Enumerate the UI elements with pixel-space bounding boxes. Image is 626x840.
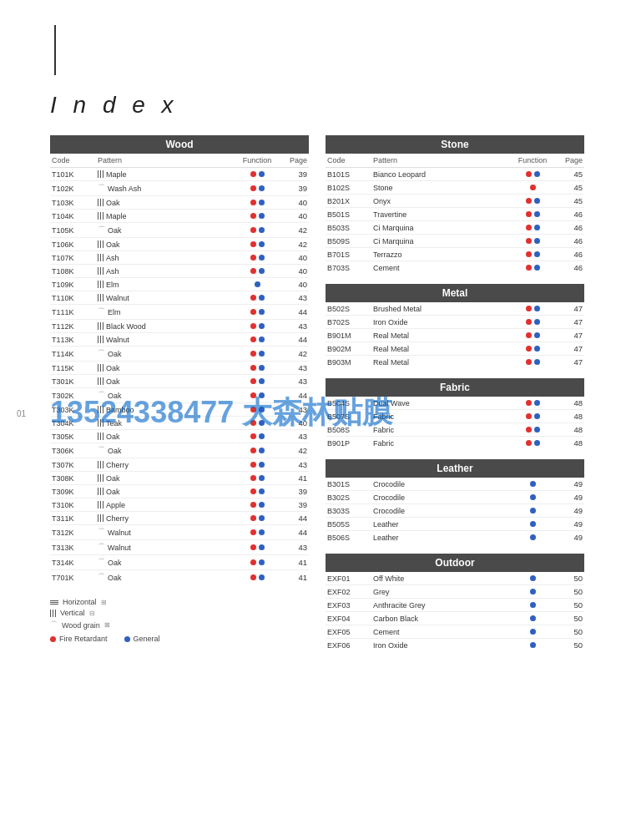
row-pattern: Carbon Black bbox=[373, 615, 507, 623]
row-code: EXF05 bbox=[327, 628, 373, 636]
wood-grain-icon: ⌒ bbox=[98, 572, 105, 583]
pattern-name: Leather bbox=[373, 534, 399, 542]
row-page: 40 bbox=[282, 253, 307, 262]
row-dots bbox=[507, 171, 558, 177]
general-dot bbox=[259, 351, 265, 357]
pattern-name: Walnut bbox=[106, 336, 129, 344]
fire-retardant-dot bbox=[250, 337, 256, 342]
fire-retardant-dot bbox=[526, 251, 532, 257]
row-page: 47 bbox=[558, 344, 583, 353]
fire-retardant-dot bbox=[250, 171, 256, 177]
row-dots bbox=[232, 529, 282, 535]
horizontal-icon bbox=[50, 600, 58, 605]
vert-icon bbox=[98, 433, 103, 440]
fire-retardant-dot bbox=[526, 198, 532, 204]
legend-wood: ⌒ Wood grain ⊠ bbox=[50, 620, 309, 630]
legend-general: General bbox=[124, 635, 160, 643]
general-dot bbox=[534, 427, 540, 433]
table-row: T108K Ash 40 bbox=[50, 265, 309, 278]
pattern-name: Carbon Black bbox=[373, 615, 418, 623]
row-page: 45 bbox=[558, 183, 583, 192]
table-row: T311K Cherry 44 bbox=[50, 512, 309, 525]
row-code: T102K bbox=[52, 185, 98, 193]
pattern-name: Elm bbox=[108, 308, 121, 316]
row-pattern: Fabric bbox=[373, 426, 507, 434]
row-code: B506S bbox=[327, 534, 373, 542]
vert-icon bbox=[98, 254, 103, 261]
fire-retardant-dot bbox=[250, 574, 256, 580]
pattern-name: Ash bbox=[106, 254, 119, 262]
pattern-name: Crocodile bbox=[373, 493, 405, 502]
row-pattern: Ci Marquina bbox=[373, 224, 507, 232]
row-dots bbox=[232, 200, 282, 205]
vert-icon bbox=[98, 294, 103, 301]
general-dot bbox=[530, 602, 536, 608]
row-pattern: Fabric bbox=[373, 412, 507, 421]
row-page: 42 bbox=[282, 349, 307, 358]
pattern-name: Oak bbox=[106, 377, 120, 386]
table-row: T301K Oak 43 bbox=[50, 375, 309, 388]
table-row: B902M Real Metal 47 bbox=[326, 342, 584, 356]
page-number: 01 bbox=[17, 409, 26, 418]
general-dot bbox=[530, 494, 536, 500]
row-page: 46 bbox=[558, 263, 583, 272]
fire-retardant-dot bbox=[526, 440, 532, 446]
fire-retardant-dot bbox=[250, 227, 256, 233]
fire-retardant-dot bbox=[250, 323, 256, 329]
row-pattern: Ash bbox=[98, 267, 232, 276]
row-code: EXF04 bbox=[327, 615, 373, 623]
col-function: Function bbox=[507, 156, 558, 164]
pattern-name: Fabric bbox=[373, 439, 394, 448]
table-row: T115K Oak 43 bbox=[50, 362, 309, 375]
fire-retardant-dot bbox=[250, 488, 256, 494]
table-row: B101S Bianco Leopard 45 bbox=[326, 168, 584, 181]
general-dot bbox=[259, 502, 265, 508]
pattern-name: Walnut bbox=[108, 544, 131, 552]
pattern-name: Iron Oxide bbox=[373, 318, 408, 326]
vertical-icon bbox=[50, 610, 56, 617]
row-page: 42 bbox=[282, 240, 307, 249]
row-page: 41 bbox=[282, 573, 307, 582]
pattern-name: Off White bbox=[373, 574, 404, 583]
general-dot bbox=[534, 225, 540, 230]
row-dots bbox=[232, 475, 282, 481]
fire-retardant-dot bbox=[526, 211, 532, 217]
row-code: B703S bbox=[327, 264, 373, 272]
table-row: B303S Crocodile 49 bbox=[326, 504, 584, 518]
outdoor-rows: EXF01 Off White 50 EXF02 Grey 50 EXF03 bbox=[326, 572, 584, 651]
table-row: T310K Apple 39 bbox=[50, 498, 309, 512]
row-page: 49 bbox=[558, 493, 583, 502]
pattern-name: Oak bbox=[108, 559, 122, 567]
general-dot bbox=[259, 171, 265, 177]
general-dot bbox=[259, 309, 265, 315]
row-dots bbox=[232, 462, 282, 468]
wood-grain-icon: ⌒ bbox=[98, 225, 105, 235]
general-dot bbox=[534, 413, 540, 419]
row-page: 41 bbox=[282, 473, 307, 483]
general-dot bbox=[259, 185, 265, 191]
col-pattern: Pattern bbox=[373, 156, 507, 164]
row-dots bbox=[507, 400, 558, 406]
row-dots bbox=[232, 309, 282, 315]
fire-retardant-dot bbox=[250, 365, 256, 371]
page: I n d e x 13524338477 大森林贴膜 01 Wood Code… bbox=[0, 0, 626, 840]
row-code: T103K bbox=[52, 199, 98, 207]
vert-icon bbox=[98, 377, 103, 385]
row-code: B101S bbox=[327, 170, 373, 179]
general-dot bbox=[259, 488, 265, 494]
row-code: T701K bbox=[52, 574, 98, 582]
legend-dots: Fire Retardant General bbox=[50, 635, 309, 643]
row-pattern: Dual Wave bbox=[373, 399, 507, 407]
row-code: T308K bbox=[52, 474, 98, 483]
vert-icon bbox=[98, 170, 103, 178]
table-row: B509S Ci Marquina 46 bbox=[326, 235, 584, 248]
table-row: T306K ⌒ Oak 42 bbox=[50, 443, 309, 458]
row-page: 45 bbox=[558, 170, 583, 179]
row-page: 50 bbox=[558, 627, 583, 636]
row-code: T310K bbox=[52, 501, 98, 509]
vert-icon bbox=[98, 267, 103, 275]
fire-retardant-dot bbox=[250, 462, 256, 468]
general-dot bbox=[534, 211, 540, 217]
wood-grain-icon: ⌒ bbox=[98, 348, 105, 359]
row-pattern: Cherry bbox=[98, 514, 232, 523]
